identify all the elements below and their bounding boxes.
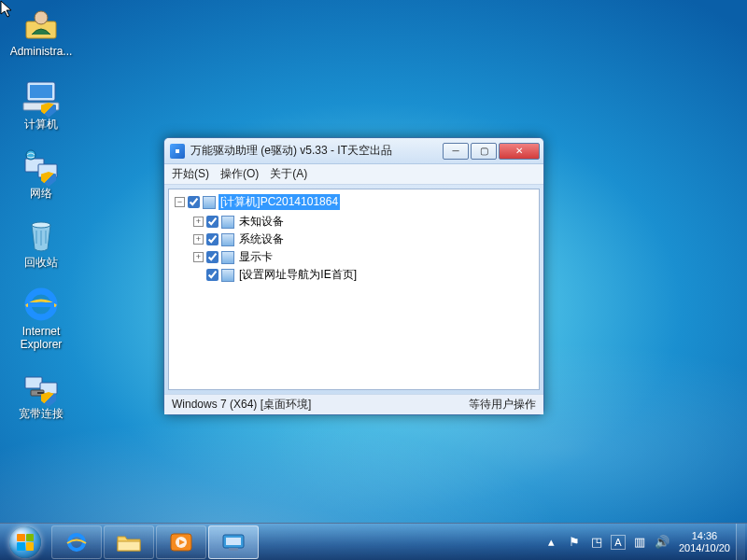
tray-overflow-icon[interactable]: ▴ xyxy=(543,534,560,551)
folder-icon xyxy=(116,532,142,553)
tree-node-unknown[interactable]: + 未知设备 xyxy=(191,213,535,231)
network-tray-icon[interactable]: ▥ xyxy=(631,534,648,551)
checkbox[interactable] xyxy=(188,196,200,208)
icon-label: 网络 xyxy=(6,187,77,200)
ime-icon[interactable]: A xyxy=(611,535,626,550)
minimize-button[interactable]: ─ xyxy=(443,143,469,160)
status-right: 等待用户操作 xyxy=(469,397,536,413)
icon-label: 计算机 xyxy=(6,118,77,131)
ie-icon xyxy=(64,530,89,554)
svg-rect-10 xyxy=(28,302,54,307)
node-label[interactable]: [计算机]PC2014101864 xyxy=(218,194,340,210)
start-orb-icon xyxy=(9,526,41,558)
svg-point-8 xyxy=(32,222,50,228)
menu-operate[interactable]: 操作(O) xyxy=(220,166,259,182)
expand-icon[interactable]: + xyxy=(193,234,204,245)
uac-shield-icon xyxy=(41,172,56,187)
icon-label: 宽带连接 xyxy=(6,407,77,420)
uac-shield-icon xyxy=(41,392,56,407)
device-node-icon xyxy=(221,251,234,264)
recycle-bin-icon xyxy=(24,217,58,253)
desktop-icon-network[interactable]: 网络 xyxy=(6,147,77,200)
svg-rect-19 xyxy=(226,538,241,545)
taskbar-button-explorer[interactable] xyxy=(104,525,154,559)
status-left: Windows 7 (X64) [桌面环境] xyxy=(172,397,469,413)
svg-point-14 xyxy=(69,535,84,550)
start-button[interactable] xyxy=(0,524,50,561)
node-label[interactable]: [设置网址导航为IE首页] xyxy=(237,267,359,283)
tree-root[interactable]: − [计算机]PC2014101864 + 未知设备 + xyxy=(173,193,537,285)
svg-rect-11 xyxy=(25,377,42,388)
maximize-button[interactable]: ▢ xyxy=(471,143,497,160)
desktop-icon-broadband[interactable]: 宽带连接 xyxy=(6,368,77,420)
device-tree: − [计算机]PC2014101864 + 未知设备 + xyxy=(171,193,537,285)
icon-label: Internet Explorer xyxy=(6,325,77,351)
titlebar[interactable]: 万能驱动助理 (e驱动) v5.33 - IT天空出品 ─ ▢ ✕ xyxy=(164,138,543,164)
menu-about[interactable]: 关于(A) xyxy=(270,166,307,182)
settings-node-icon xyxy=(221,269,234,282)
action-center-icon[interactable]: ⚑ xyxy=(566,534,583,551)
taskbar-button-ie[interactable] xyxy=(51,525,102,559)
tree-node-system[interactable]: + 系统设备 xyxy=(191,231,535,248)
menu-start[interactable]: 开始(S) xyxy=(172,166,209,182)
uac-shield-icon xyxy=(41,103,56,118)
volume-icon[interactable]: 🔊 xyxy=(654,534,670,551)
app-window: 万能驱动助理 (e驱动) v5.33 - IT天空出品 ─ ▢ ✕ 开始(S) … xyxy=(163,137,544,415)
window-title: 万能驱动助理 (e驱动) v5.33 - IT天空出品 xyxy=(190,143,443,159)
tree-node-setnav[interactable]: + [设置网址导航为IE首页] xyxy=(191,266,535,284)
svg-rect-3 xyxy=(30,85,52,98)
statusbar: Windows 7 (X64) [桌面环境] 等待用户操作 xyxy=(164,394,543,414)
show-desktop-button[interactable] xyxy=(736,524,745,561)
svg-point-1 xyxy=(35,11,48,24)
user-folder-icon xyxy=(22,7,60,42)
node-label[interactable]: 未知设备 xyxy=(237,214,286,230)
collapse-icon[interactable]: − xyxy=(175,197,185,207)
checkbox[interactable] xyxy=(206,233,218,245)
close-button[interactable]: ✕ xyxy=(499,143,540,160)
tree-node-display[interactable]: + 显示卡 xyxy=(191,248,535,266)
driver-app-icon xyxy=(220,532,247,553)
desktop-icon-computer[interactable]: 计算机 xyxy=(6,78,77,131)
taskbar-button-app[interactable] xyxy=(208,525,259,559)
icon-label: 回收站 xyxy=(6,256,77,269)
clock-time: 14:36 xyxy=(679,530,730,542)
tool-icon[interactable]: ◳ xyxy=(588,534,605,551)
taskbar-button-wmp[interactable] xyxy=(156,525,206,559)
expand-icon[interactable]: + xyxy=(193,252,204,262)
node-label[interactable]: 显示卡 xyxy=(237,249,275,265)
taskbar: ▴ ⚑ ◳ A ▥ 🔊 14:36 2014/10/20 xyxy=(0,523,747,560)
desktop-icon-administrator[interactable]: Administra... xyxy=(6,6,77,58)
device-node-icon xyxy=(221,233,234,246)
media-player-icon xyxy=(169,530,193,554)
icon-label: Administra... xyxy=(6,45,77,58)
menubar: 开始(S) 操作(O) 关于(A) xyxy=(164,164,543,185)
checkbox[interactable] xyxy=(206,251,218,263)
computer-node-icon xyxy=(203,196,216,209)
node-label[interactable]: 系统设备 xyxy=(237,231,286,247)
app-icon xyxy=(170,144,185,159)
expand-icon[interactable]: + xyxy=(193,217,204,227)
checkbox[interactable] xyxy=(206,269,218,281)
device-node-icon xyxy=(221,216,234,229)
client-area: − [计算机]PC2014101864 + 未知设备 + xyxy=(168,189,540,390)
svg-rect-20 xyxy=(229,548,238,551)
clock[interactable]: 14:36 2014/10/20 xyxy=(679,530,730,554)
system-tray: ▴ ⚑ ◳ A ▥ 🔊 14:36 2014/10/20 xyxy=(541,524,747,560)
checkbox[interactable] xyxy=(206,216,218,228)
ie-icon xyxy=(22,286,60,323)
desktop-icon-ie[interactable]: Internet Explorer xyxy=(6,286,77,351)
clock-date: 2014/10/20 xyxy=(679,542,730,554)
svg-rect-15 xyxy=(118,541,140,551)
desktop-icon-recycle-bin[interactable]: 回收站 xyxy=(6,217,77,269)
